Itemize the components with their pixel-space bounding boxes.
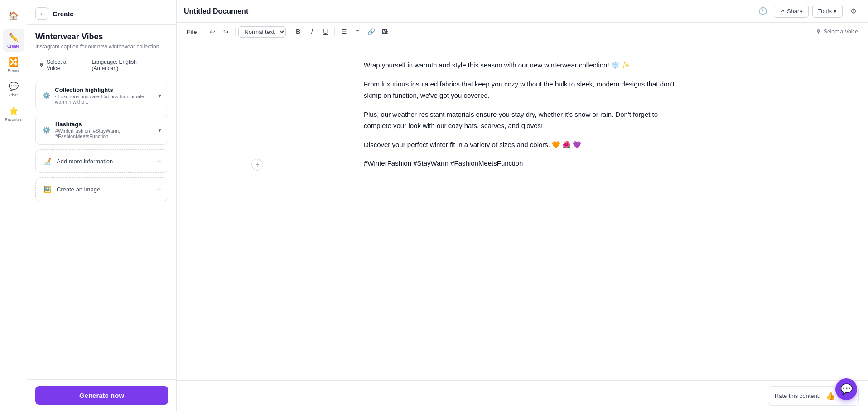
history-button[interactable]: 🕐 <box>756 4 770 19</box>
rate-bar: Rate this content: 👍 👎 <box>177 380 868 411</box>
link-icon: 🔗 <box>367 28 375 35</box>
rate-label: Rate this content: <box>775 392 820 399</box>
plus-icon: + <box>156 157 161 166</box>
collection-highlights-subtitle: · Luxurious, insulated fabrics for ultim… <box>55 94 158 105</box>
nav-item-home[interactable]: 🏠 <box>3 5 24 27</box>
numbered-list-button[interactable]: ≡ <box>351 25 364 38</box>
document-title: Untitled Document <box>184 7 248 15</box>
generate-now-button[interactable]: Generate now <box>35 386 168 405</box>
text-style-select[interactable]: Normal text <box>238 26 286 38</box>
select-voice-button[interactable]: 🎙 Select a Voice <box>35 57 85 73</box>
hashtags-header[interactable]: ⚙️ Hashtags #WinterFashion, #StayWarm, #… <box>36 115 168 144</box>
share-arrow-icon: ↗ <box>780 8 785 14</box>
bold-button[interactable]: B <box>292 25 304 38</box>
redo-button[interactable]: ↪ <box>220 25 232 38</box>
nav-favorites-label: Favorites <box>5 117 22 122</box>
editor-voice-icon: 🎙 <box>816 29 821 35</box>
add-block-button[interactable]: + <box>251 159 263 171</box>
underline-icon: U <box>323 28 328 35</box>
editor-voice-select[interactable]: 🎙 Select a Voice <box>812 27 862 37</box>
toolbar-divider-1 <box>203 27 203 36</box>
add-more-information-label: Add more information <box>57 158 113 165</box>
tools-button[interactable]: Tools ▾ <box>812 5 843 18</box>
panel-content: Winterwear Vibes Instagram caption for o… <box>27 25 176 379</box>
undo-button[interactable]: ↩ <box>206 25 219 38</box>
nav-item-chat[interactable]: 💬 Chat <box>3 78 24 100</box>
chat-bubble-icon: 💬 <box>840 383 853 395</box>
bold-icon: B <box>296 28 300 35</box>
hashtags-chevron-icon: ▾ <box>158 126 161 134</box>
share-label: Share <box>787 8 803 14</box>
redo-icon: ↪ <box>223 28 229 35</box>
paragraph-2: From luxurious insulated fabrics that ke… <box>364 78 681 101</box>
paragraph-4: Discover your perfect winter fit in a va… <box>364 139 681 151</box>
bullet-list-button[interactable]: ☰ <box>338 25 350 38</box>
toolbar-divider-3 <box>289 27 289 36</box>
collection-highlights-icon: ⚙️ <box>42 91 50 100</box>
numbered-list-icon: ≡ <box>356 28 359 35</box>
favorites-icon: ⭐ <box>9 106 19 116</box>
nav-item-create[interactable]: ✏️ Create <box>3 29 24 52</box>
collection-highlights-card: ⚙️ Collection highlights · Luxurious, in… <box>35 81 168 110</box>
create-image-label: Create an image <box>57 186 100 193</box>
chat-icon: 💬 <box>9 81 19 91</box>
italic-button[interactable]: I <box>305 25 318 38</box>
card-header-left-2: ⚙️ Hashtags #WinterFashion, #StayWarm, #… <box>42 121 158 139</box>
editor-content[interactable]: + Wrap yourself in warmth and style this… <box>177 41 868 380</box>
back-button[interactable]: ‹ <box>35 7 48 20</box>
image-insert-button[interactable]: 🖼 <box>378 25 391 38</box>
language-button-label: Language: English (American) <box>92 59 137 72</box>
collection-highlights-header[interactable]: ⚙️ Collection highlights · Luxurious, in… <box>36 81 168 110</box>
nav-remix-label: Remix <box>8 68 19 73</box>
hashtags-text: Hashtags #WinterFashion, #StayWarm, #Fas… <box>55 121 158 139</box>
editor-topbar: Untitled Document 🕐 ↗ Share Tools ▾ ⚙ <box>177 0 868 23</box>
chat-bubble-button[interactable]: 💬 <box>835 378 857 400</box>
add-more-left: 📝 Add more information <box>42 156 113 166</box>
topbar-right: 🕐 ↗ Share Tools ▾ ⚙ <box>756 4 861 19</box>
toolbar-divider-4 <box>334 27 335 36</box>
panel-footer: Generate now <box>27 379 176 411</box>
underline-button[interactable]: U <box>319 25 332 38</box>
tools-chevron-icon: ▾ <box>834 8 837 14</box>
create-image-button[interactable]: 🖼️ Create an image + <box>36 178 168 201</box>
history-icon: 🕐 <box>758 7 767 15</box>
bullet-list-icon: ☰ <box>341 28 347 35</box>
nav-chat-label: Chat <box>9 93 18 97</box>
add-more-information-button[interactable]: 📝 Add more information + <box>36 150 168 172</box>
document-body: Wrap yourself in warmth and style this s… <box>364 59 681 169</box>
image-insert-icon: 🖼 <box>381 28 388 35</box>
paragraph-3: Plus, our weather-resistant materials en… <box>364 109 681 132</box>
voice-button-label: Select a Voice <box>47 59 81 72</box>
language-button[interactable]: Language: English (American) <box>88 57 168 73</box>
hashtags-title: Hashtags <box>55 121 158 128</box>
nav-item-remix[interactable]: 🔀 Remix <box>3 53 24 76</box>
create-panel: ‹ Create Winterwear Vibes Instagram capt… <box>27 0 177 411</box>
nav-sidebar: 🏠 ✏️ Create 🔀 Remix 💬 Chat ⭐ Favorites <box>0 0 27 411</box>
card-header-left: ⚙️ Collection highlights · Luxurious, in… <box>42 86 158 105</box>
nav-create-label: Create <box>7 44 19 48</box>
editor-toolbar: File ↩ ↪ Normal text B I U ☰ ≡ 🔗 <box>177 23 868 41</box>
settings-button[interactable]: ⚙ <box>846 4 861 19</box>
nav-item-favorites[interactable]: ⭐ Favorites <box>3 102 24 125</box>
editor-area: Untitled Document 🕐 ↗ Share Tools ▾ ⚙ Fi… <box>177 0 868 411</box>
editor-voice-label: Select a Voice <box>824 29 858 35</box>
panel-header: ‹ Create <box>27 0 176 25</box>
create-icon: ✏️ <box>9 33 19 43</box>
toolbar-divider-2 <box>235 27 236 36</box>
italic-icon: I <box>311 28 313 35</box>
share-button[interactable]: ↗ Share <box>774 5 809 18</box>
hashtags-icon: ⚙️ <box>42 125 51 135</box>
home-icon: 🏠 <box>9 11 19 21</box>
voice-lang-row: 🎙 Select a Voice Language: English (Amer… <box>35 57 168 73</box>
create-image-card: 🖼️ Create an image + <box>35 177 168 201</box>
add-more-information-card: 📝 Add more information + <box>35 149 168 173</box>
paragraph-1: Wrap yourself in warmth and style this s… <box>364 59 681 71</box>
collection-highlights-title: Collection highlights <box>55 86 158 93</box>
tools-label: Tools <box>818 8 832 14</box>
thumbs-up-button[interactable]: 👍 <box>825 390 836 401</box>
link-button[interactable]: 🔗 <box>365 25 377 38</box>
file-menu-button[interactable]: File <box>183 25 200 38</box>
hashtags-card: ⚙️ Hashtags #WinterFashion, #StayWarm, #… <box>35 115 168 145</box>
undo-icon: ↩ <box>210 28 215 35</box>
create-image-left: 🖼️ Create an image <box>42 184 100 194</box>
